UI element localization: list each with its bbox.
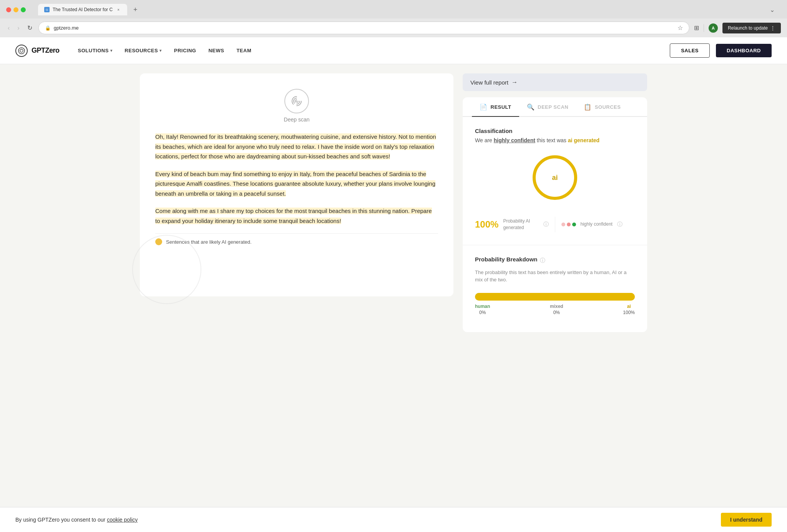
back-button[interactable]: ‹ [6,23,11,33]
relaunch-button[interactable]: Relaunch to update ⋮ [722,23,781,33]
ai-label: ai [623,304,635,309]
mixed-pct: 0% [550,310,563,315]
tab-bar: G The Trusted AI Detector for C × + ⌄ [32,4,781,15]
view-full-report-button[interactable]: View full report → [463,73,647,91]
tab-title: The Trusted AI Detector for C [53,7,113,12]
nav-resources-label: RESOURCES [125,48,158,53]
nav-actions: SALES DASHBOARD [670,43,772,58]
tab-close-button[interactable]: × [116,7,121,12]
gauge-container: ai [475,153,635,203]
tab-result-label: RESULT [491,104,511,110]
maximize-button[interactable] [21,7,26,12]
tab-deep-scan[interactable]: 🔍 DEEP SCAN [519,97,576,117]
confidence-dots [561,223,576,226]
conf-dot-high [572,223,576,226]
paragraph-3: Come along with me as I share my top cho… [155,206,438,226]
probability-labels: human 0% mixed 0% ai 100% [475,304,635,315]
legend: Sentences that are likely AI generated. [155,233,438,250]
probability-number: 100% [475,219,498,229]
main-content: Deep scan Oh, Italy! Renowned for its br… [125,64,662,341]
sources-tab-icon: 📋 [584,103,592,111]
confidence-prefix: We are [475,137,492,143]
legend-text: Sentences that are likely AI generated. [166,239,252,245]
paragraph-2: Every kind of beach bum may find somethi… [155,169,438,199]
probability-bar-container: human 0% mixed 0% ai 100% [475,293,635,315]
confidence-label-group: highly confident [581,221,613,228]
probability-label: Probability AI generated [503,218,538,231]
tab-sources-label: SOURCES [595,104,621,110]
text-card: Deep scan Oh, Italy! Renowned for its br… [140,73,453,296]
logo[interactable]: GPTZero [15,45,60,57]
breakdown-title: Probability Breakdown [475,256,538,263]
tab-extensions-button[interactable]: ⌄ [770,6,775,13]
cookie-text: By using GPTZero you consent to our cook… [15,517,138,523]
logo-text: GPTZero [32,47,60,55]
ai-pct: 100% [623,310,635,315]
highly-confident-link[interactable]: highly confident [494,137,535,143]
logo-svg [18,47,25,55]
nav-solutions[interactable]: SOLUTIONS ▾ [78,48,113,53]
browser-titlebar: G The Trusted AI Detector for C × + ⌄ [0,0,787,18]
logo-icon [15,45,28,57]
article-text: Oh, Italy! Renowned for its breathtaking… [155,132,438,226]
tab-sources[interactable]: 📋 SOURCES [576,97,628,117]
paragraph-1: Oh, Italy! Renowned for its breathtaking… [155,132,438,161]
nav-team[interactable]: TEAM [236,48,251,53]
gauge-label: ai [552,174,558,182]
close-button[interactable] [6,7,11,12]
cookie-policy-link[interactable]: cookie policy [107,517,138,523]
breakdown-section: Probability Breakdown ⓘ The probability … [463,245,647,332]
nav-pricing[interactable]: PRICING [174,48,196,53]
left-panel: Deep scan Oh, Italy! Renowned for its br… [140,73,453,332]
bookmark-icon[interactable]: ☆ [677,24,683,32]
human-pct: 0% [475,310,490,315]
url-text: gptzero.me [54,25,674,31]
conf-dot-low [561,223,565,226]
gauge: ai [530,153,580,203]
tab-favicon: G [44,7,50,12]
metric-divider [555,217,555,232]
breakdown-title-row: Probability Breakdown ⓘ [475,256,635,266]
probability-info-icon[interactable]: ⓘ [543,221,549,228]
probability-bar [475,293,635,301]
confidence-suffix: this text was [537,137,568,143]
right-panel: View full report → 📄 RESULT 🔍 DEEP SCAN … [463,73,647,332]
browser-toolbar: ‹ › ↻ 🔒 gptzero.me ☆ ⊞ A Relaunch to upd… [0,18,787,37]
new-tab-button[interactable]: + [130,4,141,15]
confidence-text: We are highly confident this text was ai… [475,137,635,143]
nav-resources[interactable]: RESOURCES ▾ [125,48,161,53]
cookie-accept-button[interactable]: I understand [721,513,772,527]
breakdown-info-icon[interactable]: ⓘ [540,257,545,264]
fingerprint-svg [290,94,304,108]
deep-scan-label: Deep scan [284,116,310,123]
nav-news[interactable]: NEWS [208,48,224,53]
browser-chrome: G The Trusted AI Detector for C × + ⌄ ‹ … [0,0,787,37]
page: GPTZero SOLUTIONS ▾ RESOURCES ▾ PRICING … [0,37,787,531]
sales-button[interactable]: SALES [670,43,710,58]
classification-section: Classification We are highly confident t… [463,117,647,245]
human-label: human [475,304,490,309]
classification-title: Classification [475,128,635,134]
forward-button[interactable]: › [16,23,21,33]
probability-label-group: Probability AI generated [503,218,538,231]
nav-pricing-label: PRICING [174,48,196,53]
svg-point-1 [18,48,25,54]
address-bar[interactable]: 🔒 gptzero.me ☆ [38,22,689,34]
tab-result[interactable]: 📄 RESULT [472,97,519,117]
browser-tab[interactable]: G The Trusted AI Detector for C × [38,4,127,15]
extensions-icon[interactable]: ⊞ [694,24,699,32]
minimize-button[interactable] [13,7,18,12]
nav-team-label: TEAM [236,48,251,53]
dashboard-button[interactable]: DASHBOARD [716,44,772,57]
arrow-right-icon: → [511,79,518,86]
nav-solutions-label: SOLUTIONS [78,48,109,53]
ai-generated-badge: ai generated [568,137,599,143]
user-avatar[interactable]: A [709,23,718,33]
navbar: GPTZero SOLUTIONS ▾ RESOURCES ▾ PRICING … [0,37,787,64]
confidence-info-icon[interactable]: ⓘ [617,221,623,228]
fingerprint-icon [284,89,309,113]
result-tabs: 📄 RESULT 🔍 DEEP SCAN 📋 SOURCES [463,97,647,117]
toolbar-icons: ⊞ A Relaunch to update ⋮ [694,23,781,33]
human-label-item: human 0% [475,304,490,315]
refresh-button[interactable]: ↻ [26,23,34,33]
